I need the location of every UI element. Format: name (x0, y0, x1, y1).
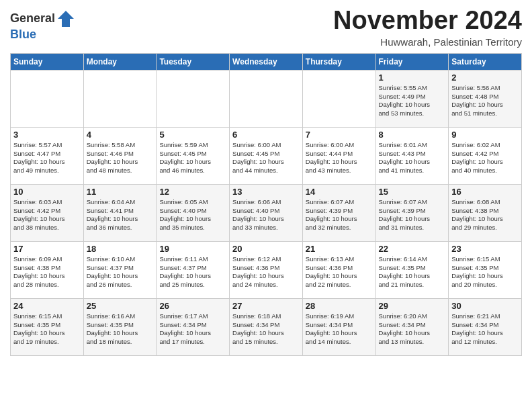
day-info: Sunrise: 6:07 AM Sunset: 4:39 PM Dayligh… (379, 198, 446, 232)
header-row: SundayMondayTuesdayWednesdayThursdayFrid… (11, 53, 522, 70)
logo-icon (56, 9, 75, 28)
calendar-cell: 28Sunrise: 6:19 AM Sunset: 4:34 PM Dayli… (302, 298, 375, 355)
calendar-cell: 23Sunrise: 6:15 AM Sunset: 4:35 PM Dayli… (449, 241, 522, 298)
day-number: 22 (379, 244, 446, 254)
day-info: Sunrise: 6:06 AM Sunset: 4:40 PM Dayligh… (232, 198, 300, 232)
day-info: Sunrise: 6:21 AM Sunset: 4:34 PM Dayligh… (451, 312, 519, 347)
day-number: 28 (306, 301, 373, 311)
svg-marker-0 (58, 11, 74, 27)
day-number: 23 (451, 244, 519, 254)
column-header-friday: Friday (375, 53, 449, 70)
day-info: Sunrise: 5:56 AM Sunset: 4:48 PM Dayligh… (451, 84, 519, 118)
calendar-cell: 25Sunrise: 6:16 AM Sunset: 4:35 PM Dayli… (83, 298, 157, 355)
day-number: 13 (232, 187, 300, 197)
day-number: 15 (379, 187, 446, 197)
calendar-cell: 9Sunrise: 6:02 AM Sunset: 4:42 PM Daylig… (449, 127, 522, 184)
calendar-cell: 29Sunrise: 6:20 AM Sunset: 4:34 PM Dayli… (375, 298, 449, 355)
day-info: Sunrise: 6:10 AM Sunset: 4:37 PM Dayligh… (87, 255, 154, 289)
day-info: Sunrise: 6:04 AM Sunset: 4:41 PM Dayligh… (87, 198, 154, 232)
calendar-cell: 5Sunrise: 5:59 AM Sunset: 4:45 PM Daylig… (157, 127, 230, 184)
day-number: 6 (232, 130, 300, 140)
calendar-cell: 22Sunrise: 6:14 AM Sunset: 4:35 PM Dayli… (375, 241, 449, 298)
day-number: 20 (232, 244, 300, 254)
day-number: 27 (232, 301, 300, 311)
week-row-1: 1Sunrise: 5:55 AM Sunset: 4:49 PM Daylig… (11, 70, 522, 127)
calendar-cell: 4Sunrise: 5:58 AM Sunset: 4:46 PM Daylig… (83, 127, 157, 184)
calendar-cell: 26Sunrise: 6:17 AM Sunset: 4:34 PM Dayli… (157, 298, 230, 355)
calendar-cell: 16Sunrise: 6:08 AM Sunset: 4:38 PM Dayli… (449, 184, 522, 241)
day-info: Sunrise: 6:03 AM Sunset: 4:42 PM Dayligh… (13, 198, 81, 232)
calendar-table: SundayMondayTuesdayWednesdayThursdayFrid… (10, 53, 522, 356)
day-info: Sunrise: 6:17 AM Sunset: 4:34 PM Dayligh… (159, 312, 226, 347)
day-info: Sunrise: 5:59 AM Sunset: 4:45 PM Dayligh… (159, 141, 226, 175)
calendar-cell: 6Sunrise: 6:00 AM Sunset: 4:45 PM Daylig… (230, 127, 303, 184)
calendar-cell: 2Sunrise: 5:56 AM Sunset: 4:48 PM Daylig… (449, 70, 522, 127)
day-info: Sunrise: 6:00 AM Sunset: 4:44 PM Dayligh… (306, 141, 373, 175)
day-number: 3 (13, 130, 81, 140)
calendar-cell: 17Sunrise: 6:09 AM Sunset: 4:38 PM Dayli… (11, 241, 84, 298)
day-info: Sunrise: 6:16 AM Sunset: 4:35 PM Dayligh… (87, 312, 154, 347)
day-info: Sunrise: 6:12 AM Sunset: 4:36 PM Dayligh… (232, 255, 300, 289)
week-row-3: 10Sunrise: 6:03 AM Sunset: 4:42 PM Dayli… (11, 184, 522, 241)
day-number: 8 (379, 130, 446, 140)
calendar-cell: 24Sunrise: 6:15 AM Sunset: 4:35 PM Dayli… (11, 298, 84, 355)
calendar-cell (230, 70, 303, 127)
calendar-cell: 20Sunrise: 6:12 AM Sunset: 4:36 PM Dayli… (230, 241, 303, 298)
calendar-cell: 3Sunrise: 5:57 AM Sunset: 4:47 PM Daylig… (11, 127, 84, 184)
day-number: 24 (13, 301, 81, 311)
week-row-5: 24Sunrise: 6:15 AM Sunset: 4:35 PM Dayli… (11, 298, 522, 355)
calendar-cell: 1Sunrise: 5:55 AM Sunset: 4:49 PM Daylig… (375, 70, 449, 127)
day-number: 18 (87, 244, 154, 254)
day-number: 10 (13, 187, 81, 197)
week-row-2: 3Sunrise: 5:57 AM Sunset: 4:47 PM Daylig… (11, 127, 522, 184)
header: General Blue November 2024 Huwwarah, Pal… (10, 7, 522, 48)
column-header-tuesday: Tuesday (157, 53, 230, 70)
calendar-cell: 7Sunrise: 6:00 AM Sunset: 4:44 PM Daylig… (302, 127, 375, 184)
calendar-cell: 11Sunrise: 6:04 AM Sunset: 4:41 PM Dayli… (83, 184, 157, 241)
day-number: 25 (87, 301, 154, 311)
day-info: Sunrise: 5:58 AM Sunset: 4:46 PM Dayligh… (87, 141, 154, 175)
day-info: Sunrise: 6:01 AM Sunset: 4:43 PM Dayligh… (379, 141, 446, 175)
calendar-cell: 30Sunrise: 6:21 AM Sunset: 4:34 PM Dayli… (449, 298, 522, 355)
day-number: 7 (306, 130, 373, 140)
column-header-sunday: Sunday (11, 53, 84, 70)
month-title: November 2024 (333, 7, 522, 35)
day-info: Sunrise: 6:05 AM Sunset: 4:40 PM Dayligh… (159, 198, 226, 232)
day-info: Sunrise: 6:02 AM Sunset: 4:42 PM Dayligh… (451, 141, 519, 175)
day-info: Sunrise: 6:08 AM Sunset: 4:38 PM Dayligh… (451, 198, 519, 232)
day-info: Sunrise: 6:00 AM Sunset: 4:45 PM Dayligh… (232, 141, 300, 175)
day-number: 4 (87, 130, 154, 140)
day-number: 11 (87, 187, 154, 197)
calendar-cell: 8Sunrise: 6:01 AM Sunset: 4:43 PM Daylig… (375, 127, 449, 184)
column-header-thursday: Thursday (302, 53, 375, 70)
day-number: 17 (13, 244, 81, 254)
calendar-cell (302, 70, 375, 127)
day-number: 2 (451, 73, 519, 83)
title-area: November 2024 Huwwarah, Palestinian Terr… (333, 7, 522, 48)
day-number: 16 (451, 187, 519, 197)
day-number: 14 (306, 187, 373, 197)
day-info: Sunrise: 6:14 AM Sunset: 4:35 PM Dayligh… (379, 255, 446, 289)
day-info: Sunrise: 6:09 AM Sunset: 4:38 PM Dayligh… (13, 255, 81, 289)
day-number: 19 (159, 244, 226, 254)
calendar-cell (11, 70, 84, 127)
day-info: Sunrise: 6:11 AM Sunset: 4:37 PM Dayligh… (159, 255, 226, 289)
day-number: 29 (379, 301, 446, 311)
day-number: 12 (159, 187, 226, 197)
day-info: Sunrise: 6:19 AM Sunset: 4:34 PM Dayligh… (306, 312, 373, 347)
day-number: 5 (159, 130, 226, 140)
day-info: Sunrise: 6:15 AM Sunset: 4:35 PM Dayligh… (13, 312, 81, 347)
day-info: Sunrise: 5:55 AM Sunset: 4:49 PM Dayligh… (379, 84, 446, 118)
calendar-cell: 12Sunrise: 6:05 AM Sunset: 4:40 PM Dayli… (157, 184, 230, 241)
calendar-cell: 14Sunrise: 6:07 AM Sunset: 4:39 PM Dayli… (302, 184, 375, 241)
calendar-cell (157, 70, 230, 127)
day-info: Sunrise: 6:07 AM Sunset: 4:39 PM Dayligh… (306, 198, 373, 232)
calendar-cell: 19Sunrise: 6:11 AM Sunset: 4:37 PM Dayli… (157, 241, 230, 298)
calendar-cell: 10Sunrise: 6:03 AM Sunset: 4:42 PM Dayli… (11, 184, 84, 241)
day-info: Sunrise: 6:18 AM Sunset: 4:34 PM Dayligh… (232, 312, 300, 347)
day-info: Sunrise: 5:57 AM Sunset: 4:47 PM Dayligh… (13, 141, 81, 175)
week-row-4: 17Sunrise: 6:09 AM Sunset: 4:38 PM Dayli… (11, 241, 522, 298)
day-number: 30 (451, 301, 519, 311)
column-header-wednesday: Wednesday (230, 53, 303, 70)
calendar-cell: 13Sunrise: 6:06 AM Sunset: 4:40 PM Dayli… (230, 184, 303, 241)
